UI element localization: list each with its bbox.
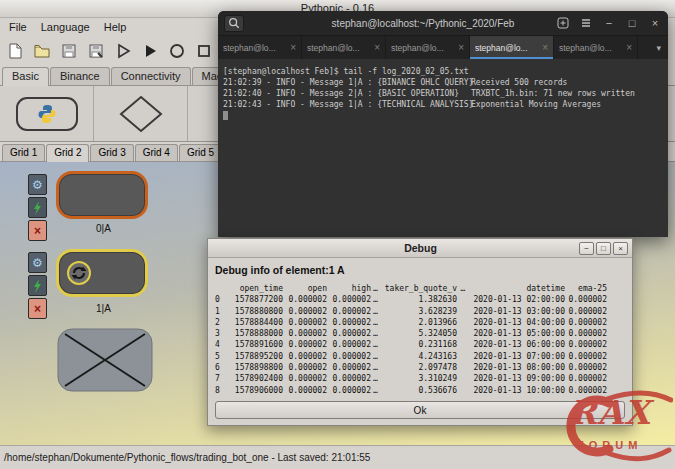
run-button[interactable] — [111, 39, 135, 63]
connector-element[interactable] — [57, 328, 153, 396]
tab-close-icon[interactable]: × — [458, 42, 464, 53]
maximize-icon: □ — [629, 18, 636, 29]
table-cell: … — [371, 306, 383, 317]
grid-tab-4[interactable]: Grid 4 — [135, 144, 178, 161]
element-0A-buttons: ⚙ × — [28, 174, 47, 241]
element-1A[interactable] — [56, 249, 148, 297]
table-cell: … — [371, 351, 383, 362]
minimize-button[interactable]: − — [602, 16, 616, 30]
dialog-close-button[interactable]: × — [613, 242, 628, 255]
terminal-cursor — [223, 111, 228, 120]
stop-square-icon — [195, 42, 213, 60]
tab-binance[interactable]: Binance — [50, 67, 110, 85]
terminal-tab[interactable]: stephan@lo...× — [386, 36, 470, 59]
menu-language[interactable]: Language — [34, 20, 97, 34]
gear-icon: ⚙ — [32, 178, 43, 192]
run-element-button[interactable] — [28, 197, 47, 218]
terminal-tab-active[interactable]: stephan@lo...× — [470, 36, 554, 59]
delete-element-button[interactable]: × — [28, 220, 47, 241]
delete-icon: × — [34, 302, 41, 316]
table-cell: … — [371, 294, 383, 305]
terminal-output[interactable]: [stephan@localhost Feb]$ tail -f log_202… — [218, 59, 668, 127]
new-file-icon — [6, 42, 24, 60]
tab-close-icon[interactable]: × — [374, 42, 380, 53]
play-outline-icon — [114, 42, 132, 60]
table-cell: 0.000002 — [283, 351, 327, 362]
element-outline — [16, 97, 78, 131]
delete-icon: × — [34, 224, 41, 238]
dialog-minimize-button[interactable]: − — [579, 242, 594, 255]
new-tab-button[interactable] — [556, 16, 570, 30]
terminal-tab[interactable]: stephan@lo...× — [302, 36, 386, 59]
element-1A-label: 1|A — [96, 303, 111, 314]
menu-help[interactable]: Help — [97, 20, 134, 34]
table-cell: 2020-01-13 04:00:00 — [469, 317, 565, 328]
open-file-button[interactable] — [30, 39, 54, 63]
table-row: 515788952000.0000020.000002…4.2431632020… — [215, 351, 625, 362]
table-cell: 5.324050 — [383, 328, 457, 339]
tab-close-icon[interactable]: × — [542, 42, 548, 53]
terminal-tab[interactable]: stephan@lo...× — [218, 36, 302, 59]
table-cell: 0.000002 — [327, 373, 371, 384]
table-cell: 0.000002 — [283, 294, 327, 305]
table-cell: 1578902400 — [229, 373, 283, 384]
table-cell: 5 — [215, 351, 229, 362]
debug-table-header: open_timeopenhigh…taker_b_quote_v…dateti… — [215, 283, 625, 294]
menu-file[interactable]: File — [2, 20, 34, 34]
kill-button[interactable] — [192, 39, 216, 63]
save-button[interactable] — [57, 39, 81, 63]
table-cell: 1578906000 — [229, 385, 283, 396]
table-cell: … — [371, 362, 383, 373]
tab-basic[interactable]: Basic — [2, 67, 49, 86]
table-cell: 0.000002 — [327, 317, 371, 328]
lightning-icon — [32, 201, 43, 215]
table-cell: 0.000002 — [283, 306, 327, 317]
delete-element-button[interactable]: × — [28, 298, 47, 319]
table-cell: 0.000002 — [283, 328, 327, 339]
stop-button[interactable] — [165, 39, 189, 63]
diamond-icon — [119, 95, 163, 133]
table-row: 615788988000.0000020.000002…2.0974782020… — [215, 362, 625, 373]
tab-list-chevron-icon[interactable]: ▾ — [649, 36, 668, 59]
play-button[interactable] — [138, 39, 162, 63]
status-bar: /home/stephan/Dokumente/Pythonic_flows/t… — [0, 445, 675, 469]
dialog-maximize-button[interactable]: □ — [596, 242, 611, 255]
table-row: 815789060000.0000020.000002…0.5366762020… — [215, 385, 625, 396]
table-cell: 0.000002 — [327, 362, 371, 373]
element-0A[interactable] — [56, 171, 148, 219]
table-cell: 1.382630 — [383, 294, 457, 305]
save-icon — [60, 42, 78, 60]
status-text: /home/stephan/Dokumente/Pythonic_flows/t… — [4, 452, 370, 463]
grid-tab-3[interactable]: Grid 3 — [90, 144, 133, 161]
new-tab-icon — [557, 17, 569, 29]
grid-tab-1[interactable]: Grid 1 — [2, 144, 45, 161]
palette-item-python[interactable] — [0, 86, 94, 141]
table-cell: … — [371, 328, 383, 339]
terminal-tab[interactable]: stephan@lo...× — [554, 36, 638, 59]
maximize-button[interactable]: □ — [625, 16, 639, 30]
table-cell: 0.000002 — [283, 362, 327, 373]
table-cell: 0.000002 — [565, 306, 607, 317]
debug-titlebar[interactable]: Debug − □ × — [208, 239, 632, 258]
grid-tab-2[interactable]: Grid 2 — [46, 144, 89, 162]
tab-connectivity[interactable]: Connectivity — [111, 67, 191, 85]
table-cell: 1578891600 — [229, 339, 283, 350]
table-cell: 0.000002 — [283, 339, 327, 350]
run-element-button[interactable] — [28, 275, 47, 296]
grid-tab-5[interactable]: Grid 5 — [179, 144, 222, 161]
search-button[interactable] — [224, 15, 244, 32]
table-cell: 0.000002 — [565, 385, 607, 396]
settings-button[interactable]: ⚙ — [28, 174, 47, 195]
palette-item-branch[interactable] — [94, 86, 188, 141]
tab-close-icon[interactable]: × — [626, 42, 632, 53]
ok-button[interactable]: Ok — [215, 401, 625, 419]
terminal-titlebar[interactable]: stephan@localhost:~/Pythonic_2020/Feb − … — [218, 11, 668, 35]
tab-close-icon[interactable]: × — [290, 42, 296, 53]
save-as-button[interactable] — [84, 39, 108, 63]
new-file-button[interactable] — [3, 39, 27, 63]
terminal-window: stephan@localhost:~/Pythonic_2020/Feb − … — [218, 11, 668, 237]
table-cell: 1 — [215, 306, 229, 317]
settings-button[interactable]: ⚙ — [28, 252, 47, 273]
close-button[interactable]: × — [648, 16, 662, 30]
menu-button[interactable] — [579, 16, 593, 30]
